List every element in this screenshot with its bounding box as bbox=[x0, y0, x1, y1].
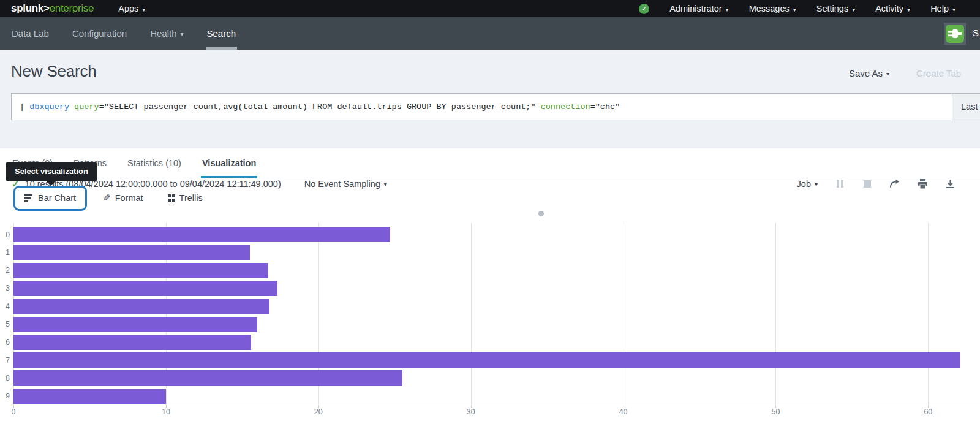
logo-splunk-text: splunk> bbox=[11, 2, 50, 15]
query-arg1-key: query bbox=[69, 102, 99, 112]
y-axis-category-label: 3 bbox=[0, 284, 10, 292]
pencil-icon: ✎ bbox=[103, 192, 111, 204]
y-axis-category-label: 0 bbox=[0, 230, 10, 239]
bar-2[interactable] bbox=[13, 263, 268, 278]
caret-down-icon: ▾ bbox=[886, 70, 889, 77]
query-arg1-value: ="SELECT passenger_count,avg(total_amoun… bbox=[99, 102, 536, 112]
logo-enterprise-text: enterprise bbox=[50, 2, 94, 15]
configuration-label: Configuration bbox=[72, 28, 127, 39]
y-axis-category-label: 4 bbox=[0, 302, 10, 311]
caret-down-icon: ▾ bbox=[142, 6, 145, 13]
bar-1[interactable] bbox=[13, 245, 250, 260]
cursor-dot bbox=[538, 211, 544, 216]
gridline bbox=[624, 223, 624, 405]
bar-chart-label: Bar Chart bbox=[38, 193, 76, 203]
help-label: Help bbox=[930, 4, 949, 13]
tab-visualization[interactable]: Visualization bbox=[201, 148, 257, 178]
bar-7[interactable] bbox=[13, 352, 960, 368]
results-tabs: Events (0) Patterns Statistics (10) Visu… bbox=[0, 148, 980, 178]
y-axis-category-label: 7 bbox=[0, 356, 10, 365]
settings-label: Settings bbox=[816, 4, 848, 13]
help-menu[interactable]: Help ▾ bbox=[930, 4, 956, 13]
trellis-label: Trellis bbox=[179, 193, 203, 203]
x-axis-tick-label: 0 bbox=[12, 408, 16, 416]
y-axis-category-label: 2 bbox=[0, 266, 10, 275]
administrator-label: Administrator bbox=[669, 4, 722, 13]
caret-down-icon: ▾ bbox=[726, 6, 729, 13]
x-axis-line bbox=[13, 405, 980, 405]
x-axis-tick-label: 10 bbox=[162, 408, 170, 416]
x-axis-tick-label: 40 bbox=[619, 408, 628, 416]
caret-down-icon: ▾ bbox=[793, 6, 796, 13]
page-title: New Search bbox=[11, 62, 97, 81]
y-axis-category-label: 9 bbox=[0, 392, 10, 400]
top-bar: splunk> enterprise Apps ▾ ✓ Administrato… bbox=[0, 0, 980, 17]
x-axis-tick-label: 60 bbox=[924, 408, 932, 416]
db-connect-app-icon bbox=[944, 23, 966, 45]
bar-6[interactable] bbox=[13, 335, 251, 350]
search-input[interactable]: | dbxquery query="SELECT passenger_count… bbox=[11, 93, 952, 120]
x-axis-tick-label: 30 bbox=[467, 408, 475, 416]
tab-statistics[interactable]: Statistics (10) bbox=[126, 148, 183, 178]
messages-label: Messages bbox=[749, 4, 790, 13]
activity-menu[interactable]: Activity ▾ bbox=[875, 4, 910, 13]
app-name-truncated: S bbox=[973, 28, 979, 38]
apps-menu[interactable]: Apps ▾ bbox=[118, 4, 145, 13]
caret-down-icon: ▾ bbox=[180, 31, 183, 37]
bar-3[interactable] bbox=[13, 281, 277, 296]
x-axis-tick-label: 20 bbox=[314, 408, 323, 416]
administrator-menu[interactable]: Administrator ▾ bbox=[669, 4, 728, 13]
bar-5[interactable] bbox=[13, 317, 257, 332]
select-visualization-tooltip: Select visualization bbox=[6, 162, 97, 181]
caret-down-icon: ▾ bbox=[952, 6, 956, 13]
apps-label: Apps bbox=[118, 4, 138, 13]
save-as-label: Save As bbox=[849, 68, 883, 78]
tab-statistics-label: Statistics (10) bbox=[127, 158, 181, 168]
tab-visualization-label: Visualization bbox=[202, 158, 256, 168]
query-arg2-value: ="chc" bbox=[590, 102, 620, 112]
search-label: Search bbox=[207, 28, 236, 39]
topbar-right-menus: ✓ Administrator ▾ Messages ▾ Settings ▾ … bbox=[639, 4, 956, 14]
query-arg2-key: connection bbox=[536, 102, 590, 112]
splunk-search-page: splunk> enterprise Apps ▾ ✓ Administrato… bbox=[0, 0, 980, 434]
settings-menu[interactable]: Settings ▾ bbox=[816, 4, 855, 13]
caret-down-icon: ▾ bbox=[852, 6, 855, 13]
query-pipe: | bbox=[20, 102, 29, 112]
y-axis-category-label: 6 bbox=[0, 338, 10, 346]
data-lab-label: Data Lab bbox=[12, 28, 49, 39]
caret-down-icon: ▾ bbox=[907, 6, 910, 13]
bar-4[interactable] bbox=[13, 299, 270, 314]
query-command: dbxquery bbox=[29, 102, 69, 112]
splunk-logo[interactable]: splunk> enterprise bbox=[11, 2, 94, 15]
create-table-button[interactable]: Create Tab bbox=[916, 68, 961, 78]
y-axis-category-label: 8 bbox=[0, 374, 10, 383]
activity-label: Activity bbox=[875, 4, 903, 13]
gridline bbox=[928, 223, 929, 405]
health-check-icon[interactable]: ✓ bbox=[639, 4, 649, 14]
plug-icon bbox=[946, 25, 964, 43]
bar-0[interactable] bbox=[13, 227, 390, 242]
save-as-button[interactable]: Save As ▾ bbox=[849, 68, 889, 78]
trellis-button[interactable]: Trellis bbox=[168, 193, 203, 203]
trellis-icon bbox=[168, 194, 175, 202]
nav-item-health[interactable]: Health ▾ bbox=[150, 17, 183, 50]
format-label: Format bbox=[115, 193, 143, 203]
search-header: New Search Save As ▾ Create Tab | dbxque… bbox=[0, 50, 980, 148]
x-axis-tick-label: 50 bbox=[772, 408, 780, 416]
format-button[interactable]: ✎ Format bbox=[103, 192, 143, 204]
bar-8[interactable] bbox=[13, 370, 402, 386]
nav-item-configuration[interactable]: Configuration bbox=[72, 17, 127, 50]
viz-controls: Bar Chart ✎ Format Trellis bbox=[0, 178, 980, 218]
y-axis-category-label: 1 bbox=[0, 248, 10, 257]
nav-item-data-lab[interactable]: Data Lab bbox=[12, 17, 49, 50]
nav-item-search[interactable]: Search bbox=[207, 17, 236, 50]
bar-chart-icon bbox=[24, 194, 32, 202]
bar-9[interactable] bbox=[13, 389, 166, 404]
time-range-picker[interactable]: Last bbox=[952, 93, 980, 120]
gridline bbox=[471, 223, 472, 405]
health-label: Health bbox=[150, 28, 176, 39]
gridline bbox=[775, 223, 776, 405]
bar-chart: 01020304050600123456789 bbox=[0, 218, 980, 434]
y-axis-category-label: 5 bbox=[0, 320, 10, 329]
messages-menu[interactable]: Messages ▾ bbox=[749, 4, 796, 13]
